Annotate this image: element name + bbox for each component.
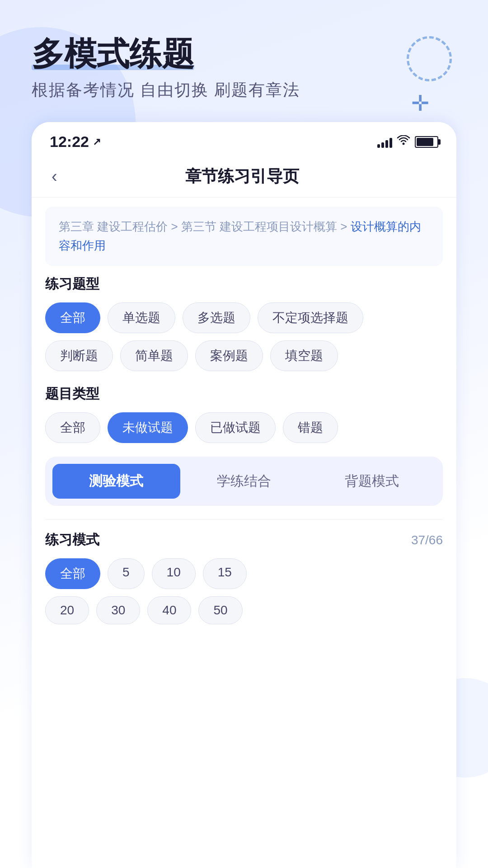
chip-judgment[interactable]: 判断题 [45, 340, 113, 371]
question-category-chips: 全部 未做试题 已做试题 错题 [45, 412, 443, 443]
chip-quantity-5[interactable]: 5 [108, 558, 145, 589]
question-type-chips-row2: 判断题 简单题 案例题 填空题 [45, 340, 443, 371]
battery-icon [415, 136, 438, 148]
content-area: 练习题型 全部 单选题 多选题 不定项选择题 判断题 简单题 案例题 填空题 题… [32, 275, 456, 868]
quantity-chips-row1: 全部 5 10 15 [45, 558, 443, 589]
chip-quantity-40[interactable]: 40 [147, 596, 191, 624]
tab-memorize-mode[interactable]: 背题模式 [308, 464, 436, 499]
breadcrumb: 第三章 建设工程估价 > 第三节 建设工程项目设计概算 > 设计概算的内容和作用 [45, 207, 443, 266]
svg-point-0 [403, 142, 405, 145]
question-type-section: 练习题型 全部 单选题 多选题 不定项选择题 判断题 简单题 案例题 填空题 [45, 275, 443, 371]
app-subtitle: 根据备考情况 自由切换 刷题有章法 [32, 79, 456, 101]
signal-icon [377, 136, 392, 148]
header-area: 多模式练题 根据备考情况 自由切换 刷题有章法 [0, 0, 488, 119]
back-button[interactable]: ‹ [50, 165, 65, 188]
question-type-title: 练习题型 [45, 275, 443, 293]
chip-quantity-10[interactable]: 10 [152, 558, 196, 589]
practice-mode-title: 练习模式 [45, 531, 99, 549]
question-type-chips-row1: 全部 单选题 多选题 不定项选择题 [45, 302, 443, 333]
chip-all-category[interactable]: 全部 [45, 412, 100, 443]
quantity-chips-row2: 20 30 40 50 [45, 596, 443, 624]
tab-study-practice[interactable]: 学练结合 [180, 464, 308, 499]
status-icons [377, 135, 438, 149]
status-bar: 12:22 ↗ [32, 122, 456, 158]
wifi-icon [397, 135, 410, 149]
chip-quantity-30[interactable]: 30 [96, 596, 140, 624]
page-title: 章节练习引导页 [65, 165, 438, 188]
chip-indefinite-choice[interactable]: 不定项选择题 [258, 302, 363, 333]
chip-all-type[interactable]: 全部 [45, 302, 100, 333]
chip-quantity-50[interactable]: 50 [198, 596, 242, 624]
chip-simple[interactable]: 简单题 [120, 340, 188, 371]
chip-quantity-20[interactable]: 20 [45, 596, 89, 624]
chip-wrong[interactable]: 错题 [283, 412, 338, 443]
question-category-section: 题目类型 全部 未做试题 已做试题 错题 [45, 385, 443, 443]
status-time: 12:22 ↗ [50, 133, 101, 151]
practice-header: 练习模式 37/66 [45, 531, 443, 549]
spacer [45, 638, 443, 692]
chip-quantity-all[interactable]: 全部 [45, 558, 100, 589]
practice-mode-section: 练习模式 37/66 全部 5 10 15 20 30 40 50 [45, 531, 443, 624]
chip-undone[interactable]: 未做试题 [108, 412, 188, 443]
phone-container: 12:22 ↗ [32, 122, 456, 868]
nav-bar: ‹ 章节练习引导页 [32, 158, 456, 198]
question-category-title: 题目类型 [45, 385, 443, 403]
location-icon: ↗ [93, 136, 101, 148]
mode-tabs: 测验模式 学练结合 背题模式 [45, 457, 443, 506]
practice-count: 37/66 [411, 533, 443, 547]
divider [45, 519, 443, 520]
chip-case[interactable]: 案例题 [195, 340, 263, 371]
tab-exam-mode[interactable]: 测验模式 [52, 464, 180, 499]
app-title: 多模式练题 [32, 36, 194, 72]
breadcrumb-text: 第三章 建设工程估价 > 第三节 建设工程项目设计概算 > 设计概算的内容和作用 [59, 217, 429, 255]
chip-quantity-15[interactable]: 15 [203, 558, 247, 589]
chip-done[interactable]: 已做试题 [195, 412, 276, 443]
chip-fill-blank[interactable]: 填空题 [270, 340, 338, 371]
chip-single-choice[interactable]: 单选题 [108, 302, 175, 333]
chip-multiple-choice[interactable]: 多选题 [183, 302, 250, 333]
